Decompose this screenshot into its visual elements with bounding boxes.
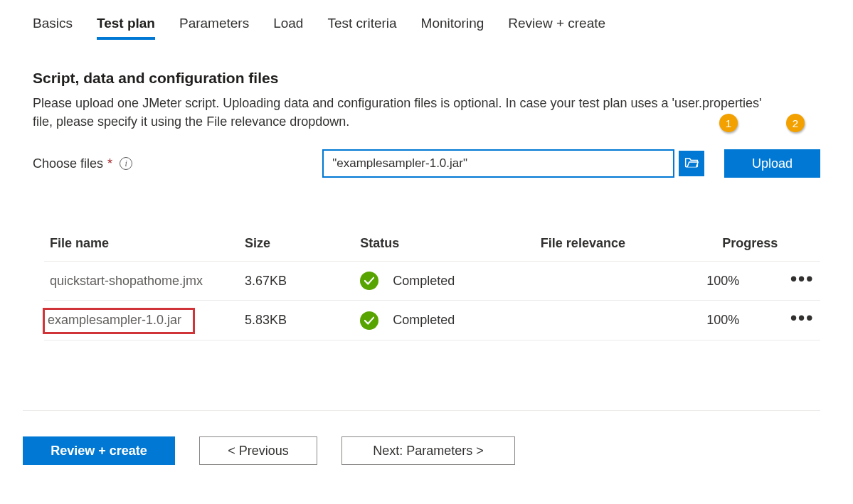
callout-badge-2: 2 [786, 114, 805, 132]
tab-test-plan[interactable]: Test plan [97, 16, 155, 40]
file-name-cell: examplesampler-1.0.jar [44, 301, 239, 341]
more-actions-icon[interactable]: ••• [790, 307, 814, 328]
next-button[interactable]: Next: Parameters > [341, 436, 515, 465]
tab-monitoring[interactable]: Monitoring [421, 16, 484, 40]
checkmark-icon [360, 311, 378, 330]
checkmark-icon [360, 272, 378, 290]
tab-test-criteria[interactable]: Test criteria [327, 16, 396, 40]
file-chooser-row: 1 2 Choose files * i Upload [33, 149, 820, 178]
info-icon[interactable]: i [120, 157, 132, 170]
more-actions-icon[interactable]: ••• [790, 268, 814, 289]
section-description: Please upload one JMeter script. Uploadi… [33, 94, 780, 131]
files-table: File name Size Status File relevance Pro… [44, 227, 820, 341]
column-header-progress[interactable]: Progress [701, 227, 785, 262]
choose-files-text: Choose files [33, 156, 103, 171]
highlighted-filename: examplesampler-1.0.jar [43, 308, 195, 334]
file-status-text: Completed [393, 274, 455, 289]
file-relevance-cell [535, 301, 701, 341]
section-title: Script, data and configuration files [33, 70, 820, 87]
file-progress-cell: 100% [701, 301, 785, 341]
column-header-status[interactable]: Status [354, 227, 535, 262]
browse-button[interactable] [679, 151, 704, 176]
column-header-relevance[interactable]: File relevance [535, 227, 701, 262]
tab-bar: Basics Test plan Parameters Load Test cr… [33, 16, 820, 40]
tab-review-create[interactable]: Review + create [508, 16, 605, 40]
upload-button[interactable]: Upload [724, 149, 820, 178]
tab-basics[interactable]: Basics [33, 16, 73, 40]
column-header-filename[interactable]: File name [44, 227, 239, 262]
file-progress-cell: 100% [701, 262, 785, 301]
tab-parameters[interactable]: Parameters [179, 16, 249, 40]
file-path-input[interactable] [322, 149, 674, 178]
column-header-size[interactable]: Size [239, 227, 354, 262]
callout-badge-1: 1 [719, 114, 738, 132]
file-relevance-cell [535, 262, 701, 301]
file-size-cell: 5.83KB [239, 301, 354, 341]
table-row: examplesampler-1.0.jar 5.83KB Completed … [44, 301, 820, 341]
review-create-button[interactable]: Review + create [23, 436, 175, 465]
folder-open-icon [684, 156, 699, 171]
required-indicator: * [107, 156, 112, 171]
footer-actions: Review + create < Previous Next: Paramet… [23, 410, 820, 465]
table-row: quickstart-shopathome.jmx 3.67KB Complet… [44, 262, 820, 301]
file-size-cell: 3.67KB [239, 262, 354, 301]
file-name-cell: quickstart-shopathome.jmx [44, 262, 239, 301]
previous-button[interactable]: < Previous [199, 436, 317, 465]
choose-files-label: Choose files * i [33, 156, 322, 171]
tab-load[interactable]: Load [273, 16, 303, 40]
file-status-text: Completed [393, 313, 455, 328]
